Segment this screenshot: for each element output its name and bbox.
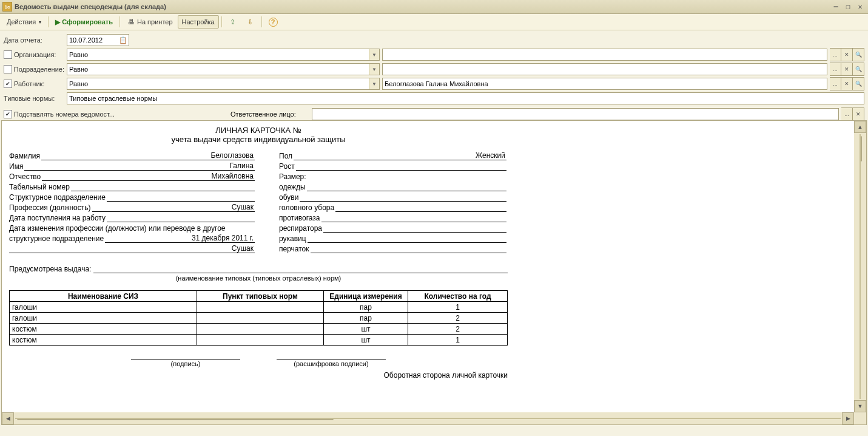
- scroll-up-icon[interactable]: ▲: [854, 121, 866, 133]
- filters-panel: Дата отчета: 10.07.2012📋 Организация: Ра…: [0, 30, 868, 124]
- window-title: Ведомость выдачи спецодежды (для склада): [15, 3, 166, 10]
- org-value[interactable]: [382, 49, 827, 61]
- calendar-icon[interactable]: 📋: [118, 36, 128, 44]
- height-value: [296, 162, 506, 171]
- dep-label: Подразделение:: [4, 65, 64, 73]
- resp-select-button[interactable]: ...: [841, 107, 853, 121]
- worker-op-combo[interactable]: Равно▼: [67, 78, 380, 90]
- resp-value[interactable]: [312, 108, 839, 120]
- org-open-button[interactable]: 🔍: [853, 48, 864, 61]
- signature-decode-label: (расшифровка подписи): [277, 359, 386, 367]
- actions-menu[interactable]: Действия▾: [2, 15, 45, 29]
- back-side-label: Оборотная сторона личной карточки: [9, 371, 508, 380]
- export-icon: ⇪: [229, 18, 237, 26]
- export-button[interactable]: ⇪: [224, 15, 241, 29]
- scroll-left-icon[interactable]: ◀: [2, 412, 14, 424]
- change-date: 31 декабря 2011 г.: [105, 234, 255, 243]
- sex-value: Женский: [294, 151, 506, 160]
- report-document[interactable]: ЛИЧНАЯ КАРТОЧКА № учета выдачи средств и…: [2, 121, 854, 412]
- table-row: галошипар1: [10, 302, 508, 313]
- titlebar: 1c Ведомость выдачи спецодежды (для скла…: [0, 0, 868, 14]
- chevron-down-icon: ▼: [369, 78, 379, 89]
- resp-value: [323, 223, 506, 233]
- report-area: ЛИЧНАЯ КАРТОЧКА № учета выдачи средств и…: [1, 120, 867, 425]
- table-row: галошипар2: [10, 313, 508, 324]
- name-value: Галина: [24, 162, 255, 171]
- doc-title2: учета выдачи средств индивидуальной защи…: [9, 135, 508, 144]
- help-button[interactable]: ?: [264, 15, 282, 29]
- subst-checkbox[interactable]: ✔: [4, 110, 12, 118]
- norms-value[interactable]: Типовые отраслевые нормы: [67, 92, 864, 104]
- norms-label: Типовые нормы:: [4, 95, 64, 102]
- scroll-down-icon[interactable]: ▼: [854, 400, 866, 412]
- date-input[interactable]: 10.07.2012📋: [67, 34, 129, 46]
- setup-button[interactable]: Настройка: [178, 15, 219, 29]
- vertical-scrollbar[interactable]: ▲ ▼: [854, 121, 866, 412]
- app-icon: 1c: [2, 2, 12, 12]
- dep-checkbox[interactable]: [4, 65, 12, 73]
- dep-op-combo[interactable]: Равно▼: [67, 63, 380, 75]
- dep-select-button[interactable]: ...: [830, 63, 841, 76]
- import-icon: ⇩: [246, 18, 255, 26]
- resp-clear-button[interactable]: ✕: [853, 107, 864, 121]
- table-row: костюмшт1: [10, 335, 508, 346]
- siz-table: Наименование СИЗ Пункт типовых норм Един…: [9, 290, 508, 346]
- surname-value: Белоглазова: [41, 151, 255, 160]
- subst-label: ✔Подставлять номера ведомост...: [4, 110, 228, 118]
- org-checkbox[interactable]: [4, 50, 12, 59]
- pre-value: [93, 264, 508, 273]
- scroll-right-icon[interactable]: ▶: [842, 412, 854, 424]
- table-row: костюмшт2: [10, 324, 508, 335]
- worker-label: ✔Работник:: [4, 80, 64, 88]
- worker-checkbox[interactable]: ✔: [4, 80, 12, 88]
- dep-value[interactable]: [382, 63, 827, 75]
- signature-label: (подпись): [131, 359, 240, 367]
- form-button[interactable]: ▶Сформировать: [51, 15, 117, 29]
- org-op-combo[interactable]: Равно▼: [67, 49, 380, 61]
- org-label: Организация:: [4, 50, 64, 59]
- pre-note: (наименование типовых (типовых отраслевы…: [9, 274, 508, 282]
- scroll-thumb-h[interactable]: [17, 419, 334, 420]
- scroll-thumb-v[interactable]: [861, 136, 862, 162]
- worker-clear-button[interactable]: ✕: [841, 77, 853, 90]
- tabnum-value: [71, 182, 255, 191]
- minimize-button[interactable]: —: [830, 2, 841, 12]
- horizontal-scrollbar[interactable]: ◀ ▶: [2, 412, 854, 424]
- clothes-value: [307, 182, 506, 191]
- hire-value: [107, 213, 255, 222]
- restore-button[interactable]: ❐: [843, 2, 853, 12]
- struct-value: [107, 192, 255, 202]
- help-icon: ?: [269, 18, 278, 27]
- change-prof: Сушак: [9, 244, 255, 253]
- chevron-down-icon: ▼: [369, 49, 379, 60]
- prof-value: Сушак: [92, 203, 255, 212]
- shoes-value: [300, 192, 506, 202]
- chevron-down-icon: ▼: [369, 64, 379, 75]
- gas-value: [321, 213, 506, 222]
- dep-clear-button[interactable]: ✕: [841, 63, 853, 76]
- mitt-value: [308, 234, 506, 243]
- toolbar: Действия▾ ▶Сформировать 🖶На принтер Наст…: [0, 14, 868, 30]
- glove-value: [311, 244, 506, 253]
- doc-title1: ЛИЧНАЯ КАРТОЧКА №: [9, 126, 508, 135]
- import-button[interactable]: ⇩: [242, 15, 259, 29]
- dep-open-button[interactable]: 🔍: [853, 63, 864, 76]
- resp-label: Ответственное лицо:: [230, 111, 309, 118]
- worker-value[interactable]: Белоглазова Галина Михайловна: [382, 78, 827, 90]
- date-label: Дата отчета:: [4, 36, 64, 44]
- org-clear-button[interactable]: ✕: [841, 48, 853, 61]
- close-button[interactable]: ✕: [855, 2, 866, 12]
- print-button[interactable]: 🖶На принтер: [123, 15, 177, 29]
- patronymic-value: Михайловна: [42, 172, 255, 181]
- worker-select-button[interactable]: ...: [830, 77, 841, 90]
- head-value: [335, 203, 506, 212]
- worker-open-button[interactable]: 🔍: [853, 77, 864, 90]
- scroll-corner: [854, 412, 866, 424]
- org-select-button[interactable]: ...: [830, 48, 841, 61]
- printer-icon: 🖶: [127, 18, 135, 26]
